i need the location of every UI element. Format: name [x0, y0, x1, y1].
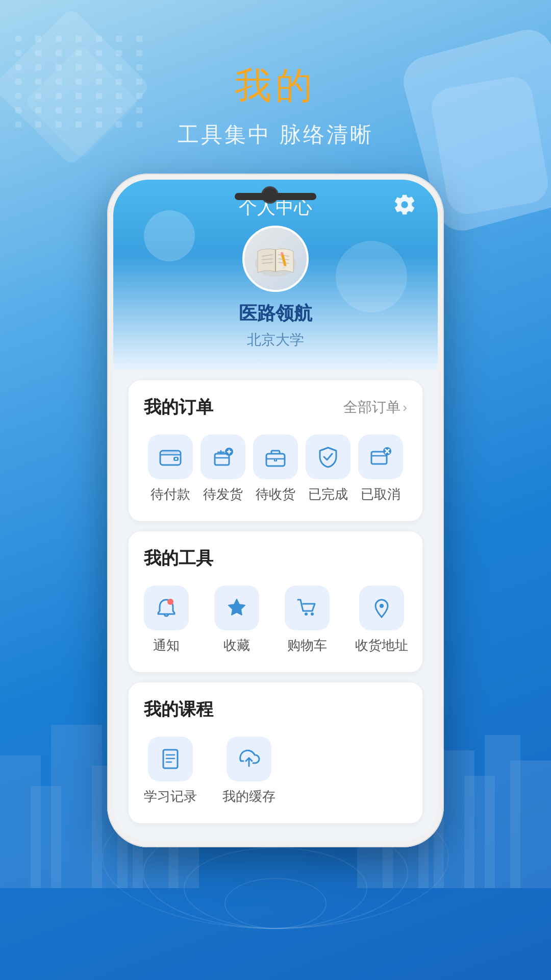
box-x-icon	[368, 445, 393, 469]
courses-title: 我的课程	[144, 698, 213, 721]
page-subtitle: 工具集中 脉络清晰	[0, 120, 551, 149]
cancelled-label: 已取消	[361, 485, 400, 503]
svg-marker-21	[229, 599, 245, 615]
app-screen: 个人中心	[113, 180, 438, 841]
briefcase-icon	[263, 445, 288, 469]
svg-point-23	[311, 612, 314, 616]
orders-card-header: 我的订单 全部订单 ›	[144, 396, 407, 419]
study-record-label: 学习记录	[144, 788, 197, 805]
tools-title: 我的工具	[144, 547, 213, 570]
tool-address[interactable]: 收货地址	[355, 585, 408, 654]
settings-icon	[393, 193, 416, 216]
tools-card: 我的工具	[129, 531, 422, 672]
settings-button[interactable]	[392, 192, 417, 217]
course-study-record[interactable]: 学习记录	[144, 737, 197, 805]
app-header: 个人中心	[113, 180, 438, 370]
bell-icon	[154, 596, 179, 620]
tools-icons-row: 通知 收藏	[144, 585, 407, 654]
box-plus-icon	[211, 445, 235, 469]
location-icon	[369, 596, 394, 620]
order-pending-payment[interactable]: 待付款	[148, 434, 193, 503]
page-header: 我的 工具集中 脉络清晰	[0, 61, 551, 149]
order-cancelled[interactable]: 已取消	[358, 434, 403, 503]
notification-label: 通知	[153, 636, 180, 654]
phone-speaker	[235, 193, 316, 200]
cart-label: 购物车	[287, 636, 327, 654]
notification-icon-wrap	[144, 585, 189, 630]
study-record-icon-wrap	[148, 737, 193, 781]
tool-favorites[interactable]: 收藏	[214, 585, 259, 654]
course-cache[interactable]: 我的缓存	[222, 737, 276, 805]
tool-cart[interactable]: 购物车	[285, 585, 330, 654]
completed-label: 已完成	[308, 485, 348, 503]
user-avatar[interactable]	[242, 226, 309, 292]
course-icons-row: 学习记录 我的缓存	[144, 737, 407, 805]
all-orders-link[interactable]: 全部订单 ›	[343, 398, 407, 417]
favorites-label: 收藏	[223, 636, 250, 654]
avatar-image	[253, 238, 298, 279]
cart-icon-wrap	[285, 585, 330, 630]
svg-point-14	[175, 458, 177, 460]
star-icon	[224, 596, 249, 620]
order-completed[interactable]: 已完成	[306, 434, 350, 503]
page-title: 我的	[0, 61, 551, 110]
address-icon-wrap	[359, 585, 404, 630]
courses-card-header: 我的课程	[144, 698, 407, 721]
user-university: 北京大学	[247, 330, 304, 350]
order-pending-receive[interactable]: 待收货	[253, 434, 298, 503]
svg-rect-15	[215, 454, 229, 465]
pending-ship-label: 待发货	[203, 485, 243, 503]
pending-receive-label: 待收货	[256, 485, 295, 503]
wallet-icon	[158, 445, 183, 469]
svg-rect-17	[266, 454, 285, 466]
chevron-right-icon: ›	[403, 400, 407, 415]
favorites-icon-wrap	[214, 585, 259, 630]
cloud-upload-icon	[237, 747, 261, 771]
pending-payment-label: 待付款	[151, 485, 190, 503]
completed-icon-wrap	[306, 434, 350, 479]
cards-area: 我的订单 全部订单 ›	[113, 370, 438, 841]
cancelled-icon-wrap	[358, 434, 403, 479]
pending-receive-icon-wrap	[253, 434, 298, 479]
svg-point-22	[305, 612, 308, 616]
address-label: 收货地址	[355, 636, 408, 654]
svg-point-24	[380, 604, 384, 608]
svg-rect-12	[162, 452, 179, 454]
pending-payment-icon-wrap	[148, 434, 193, 479]
file-text-icon	[158, 747, 183, 771]
phone-outer-shell: 个人中心	[107, 174, 444, 847]
header-decoration-circle-1	[144, 210, 195, 261]
phone-mockup: 个人中心	[107, 174, 444, 847]
phone-screen: 个人中心	[113, 180, 438, 841]
cache-label: 我的缓存	[222, 788, 276, 805]
orders-title: 我的订单	[144, 396, 213, 419]
orders-card: 我的订单 全部订单 ›	[129, 380, 422, 521]
order-icons-row: 待付款	[144, 434, 407, 503]
tool-notification[interactable]: 通知	[144, 585, 189, 654]
user-name: 医路领航	[239, 301, 312, 326]
shield-check-icon	[316, 445, 340, 469]
svg-point-20	[167, 599, 173, 605]
tools-card-header: 我的工具	[144, 547, 407, 570]
cache-icon-wrap	[227, 737, 271, 781]
order-pending-ship[interactable]: 待发货	[201, 434, 245, 503]
courses-card: 我的课程	[129, 682, 422, 823]
header-decoration-circle-2	[336, 241, 407, 312]
cart-icon	[295, 596, 319, 620]
pending-ship-icon-wrap	[201, 434, 245, 479]
